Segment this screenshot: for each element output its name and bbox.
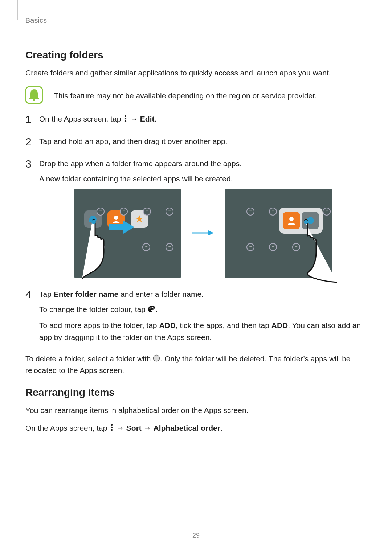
p2-sort: Sort: [126, 424, 142, 432]
svg-point-17: [149, 308, 150, 309]
svg-point-13: [289, 217, 294, 221]
step1-text-d: .: [155, 115, 157, 123]
p2-alpha: Alphabetical order: [154, 424, 220, 432]
step-4: 4 Tap Enter folder name and enter a fold…: [25, 288, 367, 343]
step2-text: Tap and hold an app, and then drag it ov…: [39, 136, 367, 148]
section-title-rearranging: Rearranging items: [25, 387, 367, 398]
step4-colour-b: .: [156, 305, 158, 313]
illustration-after: − − − − − −: [225, 189, 332, 278]
svg-point-3: [125, 118, 126, 119]
step-2: 2 Tap and hold an app, and then drag it …: [25, 136, 367, 148]
svg-point-1: [33, 99, 35, 101]
p2-f: .: [220, 424, 222, 432]
rearranging-p1: You can rearrange items in alphabetical …: [25, 405, 367, 416]
arrow-right-icon: [192, 229, 214, 237]
step1-text-a: On the Apps screen, tap: [39, 115, 123, 123]
step1-text-b: →: [128, 115, 140, 123]
rearranging-p2: On the Apps screen, tap → Sort → Alphabe…: [25, 423, 367, 434]
svg-point-19: [152, 307, 153, 308]
step4-a: Tap: [39, 290, 54, 298]
palette-icon: [148, 304, 156, 316]
breadcrumb: Basics: [25, 16, 367, 25]
note-bell-icon: [25, 86, 43, 105]
step4-colour-a: To change the folder colour, tap: [39, 305, 148, 313]
step4-add-b: ADD: [159, 321, 176, 329]
step3-text-b: A new folder containing the selected app…: [39, 173, 367, 185]
step4-c: and enter a folder name.: [118, 290, 204, 298]
step-number-1: 1: [25, 111, 32, 128]
step4-add-a: To add more apps to the folder, tap: [39, 321, 159, 329]
svg-rect-22: [155, 358, 158, 358]
step4-add-c: , tick the apps, and then tap: [176, 321, 271, 329]
illustration-row: − − − − − − −: [39, 189, 367, 278]
step-1: 1 On the Apps screen, tap → Edit.: [25, 113, 367, 126]
top-divider: [17, 0, 18, 20]
note-row: This feature may not be available depend…: [25, 86, 367, 105]
svg-point-24: [111, 427, 113, 428]
minus-circle-icon: [153, 354, 160, 365]
intro-paragraph: Create folders and gather similar applic…: [25, 67, 367, 78]
illustration-before: − − − − − − −: [74, 189, 181, 278]
more-options-icon: [124, 114, 127, 126]
step1-edit-label: Edit: [140, 115, 155, 123]
page-number: 29: [0, 532, 392, 539]
p2-d: →: [142, 424, 154, 432]
note-text: This feature may not be available depend…: [54, 90, 317, 101]
svg-point-2: [125, 115, 126, 116]
svg-point-18: [150, 307, 151, 308]
step-3: 3 Drop the app when a folder frame appea…: [25, 158, 367, 278]
step-number-3: 3: [25, 156, 32, 173]
svg-point-10: [91, 220, 96, 224]
step4-enter-folder-name: Enter folder name: [54, 290, 119, 298]
svg-point-25: [111, 429, 113, 431]
svg-point-4: [125, 120, 126, 122]
p2-a: On the Apps screen, tap: [25, 424, 109, 432]
delete-folder-paragraph: To delete a folder, select a folder with…: [25, 353, 367, 376]
step3-text-a: Drop the app when a folder frame appears…: [39, 158, 367, 170]
more-options-icon: [110, 423, 114, 434]
delete-a: To delete a folder, select a folder with: [25, 354, 153, 363]
svg-point-23: [111, 424, 113, 426]
step-number-2: 2: [25, 134, 32, 151]
svg-point-20: [153, 308, 154, 309]
svg-point-16: [304, 220, 308, 224]
hand-pointer-icon: [294, 218, 341, 283]
step-number-4: 4: [25, 286, 32, 303]
hand-pointer-icon: [81, 218, 125, 279]
step4-add-d: ADD: [271, 321, 288, 329]
svg-marker-9: [123, 221, 134, 234]
section-title-creating-folders: Creating folders: [25, 49, 367, 61]
svg-marker-12: [208, 230, 214, 235]
p2-b: →: [114, 424, 126, 432]
